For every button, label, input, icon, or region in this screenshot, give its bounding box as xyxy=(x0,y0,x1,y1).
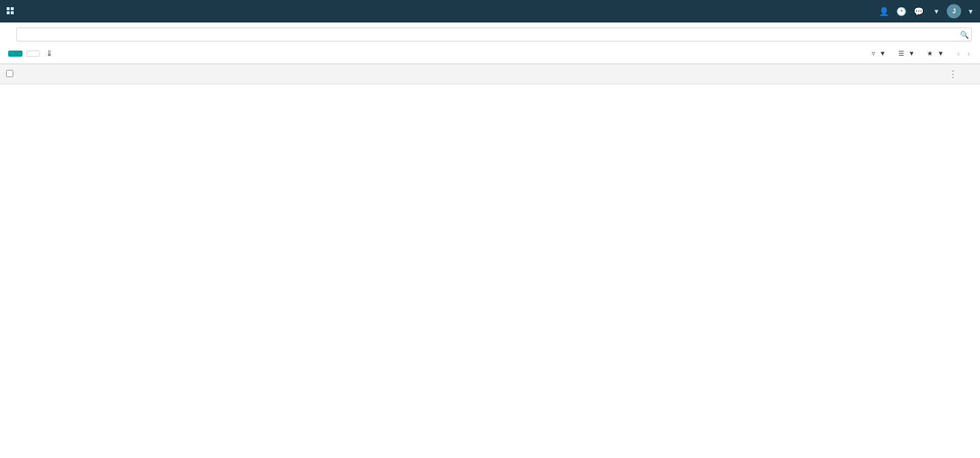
user-icon[interactable]: 👤 xyxy=(879,7,889,16)
nav-link-leavers[interactable] xyxy=(38,7,50,15)
filter-icon: ▿ xyxy=(872,50,875,57)
col-header-reason[interactable] xyxy=(557,64,700,84)
svg-rect-3 xyxy=(11,11,14,14)
search-button[interactable]: 🔍 xyxy=(960,31,969,39)
pager: ‹ › xyxy=(952,48,972,59)
avatar: J xyxy=(947,4,961,18)
search-bar: 🔍 xyxy=(16,28,972,41)
chevron-down-icon: ▼ xyxy=(937,50,944,57)
nav-link-ret1forms[interactable] xyxy=(66,7,79,15)
top-navigation: 👤 🕐 💬 ▼ J ▼ xyxy=(0,0,980,22)
select-all-checkbox[interactable] xyxy=(6,70,13,77)
search-input[interactable] xyxy=(16,28,972,41)
svg-rect-0 xyxy=(7,7,10,10)
company-selector[interactable]: ▼ xyxy=(931,8,940,15)
data-table: ⋮ xyxy=(0,64,980,84)
star-icon: ★ xyxy=(927,50,933,57)
svg-rect-2 xyxy=(7,11,10,14)
user-menu[interactable]: J ▼ xyxy=(947,4,974,18)
col-header-paid[interactable] xyxy=(876,64,940,84)
action-bar: ⇓ ▿ ▼ ☰ ▼ ★ ▼ ‹ › xyxy=(0,43,980,64)
download-button[interactable]: ⇓ xyxy=(44,46,55,60)
table-settings-button[interactable]: ⋮ xyxy=(946,68,960,80)
chevron-down-icon: ▼ xyxy=(967,8,974,15)
pager-prev-button[interactable]: ‹ xyxy=(955,48,962,59)
chat-icon[interactable]: 💬 xyxy=(914,7,924,16)
grid-icon[interactable] xyxy=(6,7,15,16)
col-header-menu: ⋮ xyxy=(940,64,980,84)
select-all-header xyxy=(0,64,30,84)
clock-icon[interactable]: 🕐 xyxy=(896,7,906,16)
filters-button[interactable]: ▿ ▼ xyxy=(868,47,890,59)
nav-link-configuration[interactable] xyxy=(81,7,93,15)
favorites-button[interactable]: ★ ▼ xyxy=(923,47,948,59)
svg-rect-1 xyxy=(11,7,14,10)
col-header-employee[interactable] xyxy=(30,64,285,84)
chevron-down-icon: ▼ xyxy=(933,8,940,15)
create-button[interactable] xyxy=(8,51,22,57)
pager-next-button[interactable]: › xyxy=(965,48,972,59)
nav-links xyxy=(38,7,879,15)
col-header-date[interactable] xyxy=(429,64,557,84)
groupby-button[interactable]: ☰ ▼ xyxy=(894,47,919,59)
nav-link-reporting[interactable] xyxy=(52,7,64,15)
chevron-down-icon: ▼ xyxy=(879,50,886,57)
import-button[interactable] xyxy=(27,51,40,57)
col-header-paygroup[interactable] xyxy=(286,64,429,84)
groupby-icon: ☰ xyxy=(898,50,904,57)
topnav-right: 👤 🕐 💬 ▼ J ▼ xyxy=(879,4,974,18)
chevron-down-icon: ▼ xyxy=(909,50,915,57)
page-content: 🔍 ⇓ ▿ ▼ ☰ ▼ ★ ▼ ‹ › xyxy=(0,22,980,84)
col-header-status[interactable] xyxy=(701,64,876,84)
